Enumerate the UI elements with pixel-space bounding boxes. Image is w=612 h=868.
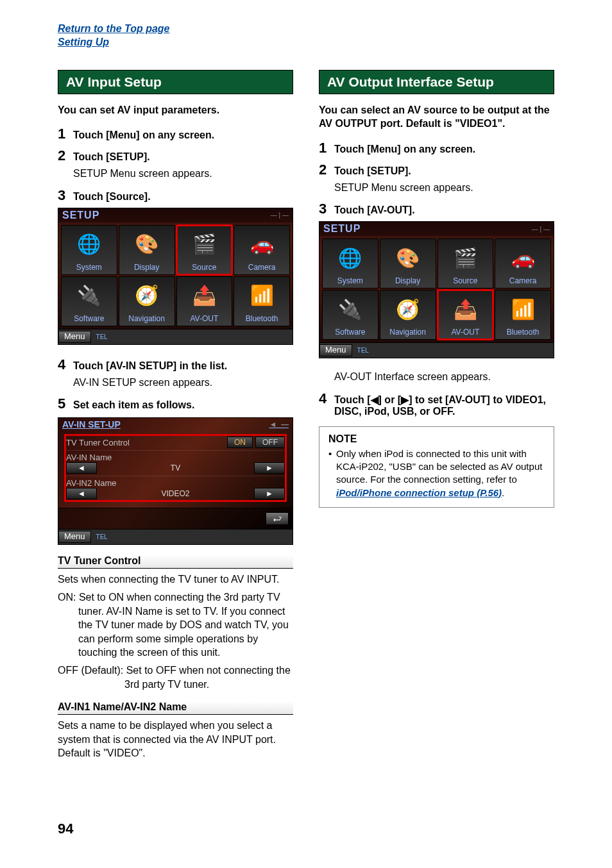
av-out-icon: 📤: [454, 290, 477, 328]
note-title: NOTE: [328, 433, 545, 445]
bluetooth-icon: 📶: [511, 290, 535, 328]
note-link[interactable]: iPod/iPhone connection setup (P.56): [336, 487, 502, 498]
setup-cell-label: Display: [395, 276, 420, 285]
avin-title: AV-IN SET-UP: [62, 419, 121, 430]
menu-button[interactable]: Menu: [58, 531, 91, 543]
right-column: AV Output Interface Setup You can select…: [319, 63, 554, 764]
setup-cell-bluetooth[interactable]: 📶Bluetooth: [495, 290, 551, 340]
setup-cell-camera[interactable]: 🚗Camera: [234, 225, 290, 275]
system-icon: 🌐: [338, 239, 362, 276]
intro-left: You can set AV input parameters.: [58, 103, 293, 117]
setup-cell-label: Camera: [248, 263, 276, 272]
page-number: 94: [58, 821, 73, 837]
av-out-icon: 📤: [192, 277, 216, 314]
setup-cell-display[interactable]: 🎨Display: [380, 238, 436, 288]
setup-cell-label: System: [76, 263, 102, 272]
setup-cell-camera[interactable]: 🚗Camera: [495, 238, 551, 288]
display-icon: 🎨: [396, 239, 420, 276]
left-arrow-button[interactable]: ◄: [66, 488, 97, 499]
camera-icon: 🚗: [250, 226, 274, 263]
tel-badge: TEL: [357, 347, 369, 354]
tel-badge: TEL: [96, 333, 108, 340]
setup-cell-label: Bluetooth: [507, 328, 540, 337]
bluetooth-icon: 📶: [250, 277, 274, 314]
setup-cell-label: Camera: [509, 276, 537, 285]
option-off: OFF (Default): Set to OFF when not conne…: [58, 664, 293, 691]
setup-cell-navigation[interactable]: 🧭Navigation: [119, 276, 175, 326]
step-5-left: 5 Set each item as follows.: [58, 396, 293, 412]
setup-cell-display[interactable]: 🎨Display: [119, 225, 175, 275]
off-button[interactable]: OFF: [255, 437, 285, 448]
system-icon: 🌐: [77, 226, 101, 263]
setup-cell-label: AV-OUT: [451, 328, 479, 337]
step-4-right: 4 Touch [◀] or [▶] to set [AV-OUT] to VI…: [319, 390, 554, 417]
display-icon: 🎨: [135, 226, 158, 263]
setup-cell-bluetooth[interactable]: 📶Bluetooth: [234, 276, 290, 326]
setup-cell-label: Display: [134, 263, 159, 272]
menu-button[interactable]: Menu: [319, 344, 352, 356]
source-icon: 🎬: [454, 239, 477, 276]
setup-panel-right: SETUP — | — 🌐System🎨Display🎬Source🚗Camer…: [319, 221, 554, 358]
setup-cell-label: Navigation: [389, 328, 426, 337]
setup-cell-label: Software: [74, 314, 104, 323]
setup-panel-left: SETUP — | — 🌐System🎨Display🎬Source🚗Camer…: [58, 208, 293, 345]
avin-setup-panel: AV-IN SET-UP ◄ — TV Tuner Control ON OFF…: [58, 417, 293, 545]
step-1-left: 1 Touch [Menu] on any screen.: [58, 126, 293, 142]
left-arrow-button[interactable]: ◄: [66, 462, 97, 474]
setting-up-link[interactable]: Setting Up: [58, 36, 554, 49]
right-arrow-button[interactable]: ►: [254, 462, 285, 474]
param-head-avin-name: AV-IN1 Name/AV-IN2 Name: [58, 701, 293, 715]
step-3-right: 3 Touch [AV-OUT].: [319, 201, 554, 217]
camera-icon: 🚗: [511, 239, 535, 276]
step-1-right: 1 Touch [Menu] on any screen.: [319, 140, 554, 156]
software-icon: 🔌: [77, 277, 101, 314]
avin-name-label: AV-IN Name: [66, 453, 285, 462]
setup-cell-system[interactable]: 🌐System: [61, 225, 117, 275]
sub-after-panel: AV-OUT Interface screen appears.: [334, 370, 554, 384]
minimize-icon: — | —: [271, 212, 289, 219]
tv-tuner-label: TV Tuner Control: [66, 438, 130, 447]
return-button[interactable]: ⮐: [266, 512, 289, 525]
setup-cell-label: AV-OUT: [190, 314, 218, 323]
setup-cell-label: Source: [192, 263, 216, 272]
left-column: AV Input Setup You can set AV input para…: [58, 63, 293, 764]
setup-cell-label: System: [337, 276, 363, 285]
step-3-left: 3 Touch [Source].: [58, 187, 293, 204]
step-4-left: 4 Touch [AV-IN SETUP] in the list.: [58, 356, 293, 373]
bullet-icon: •: [328, 447, 336, 499]
setup-cell-navigation[interactable]: 🧭Navigation: [380, 290, 436, 340]
intro-right: You can select an AV source to be output…: [319, 103, 554, 131]
setup-cell-software[interactable]: 🔌Software: [61, 276, 117, 326]
navigation-icon: 🧭: [135, 277, 158, 314]
setup-cell-av-out[interactable]: 📤AV-OUT: [176, 276, 233, 326]
navigation-icon: 🧭: [396, 290, 420, 328]
avin-name-value: TV: [101, 463, 250, 472]
step-2-right: 2 Touch [SETUP].: [319, 162, 554, 178]
param-desc-avin-name: Sets a name to be displayed when you sel…: [58, 719, 293, 760]
setup-title: SETUP: [323, 223, 361, 235]
param-desc-tv-tuner: Sets when connecting the TV tuner to AV …: [58, 572, 293, 587]
section-header-av-input: AV Input Setup: [58, 70, 293, 94]
param-head-tv-tuner: TV Tuner Control: [58, 555, 293, 569]
back-arrow-icon: ◄ —: [269, 420, 289, 429]
setup-cell-source[interactable]: 🎬Source: [176, 225, 233, 275]
setup-cell-source[interactable]: 🎬Source: [438, 238, 494, 288]
option-on: ON: Set to ON when connecting the 3rd pa…: [58, 590, 293, 660]
minimize-icon: — | —: [532, 226, 550, 233]
setup-cell-label: Navigation: [128, 314, 165, 323]
setup-cell-software[interactable]: 🔌Software: [322, 290, 378, 340]
setup-cell-system[interactable]: 🌐System: [322, 238, 378, 288]
setup-title: SETUP: [62, 210, 99, 221]
return-link[interactable]: Return to the Top page: [58, 22, 554, 36]
software-icon: 🔌: [338, 290, 362, 328]
note-box: NOTE • Only when iPod is connected to th…: [319, 426, 554, 508]
on-button[interactable]: ON: [227, 437, 253, 448]
setup-cell-label: Software: [335, 328, 365, 337]
setup-cell-label: Source: [453, 276, 477, 285]
tel-badge: TEL: [96, 533, 108, 540]
setup-cell-av-out[interactable]: 📤AV-OUT: [438, 290, 494, 340]
note-text: Only when iPod is connected to this unit…: [336, 447, 545, 499]
right-arrow-button[interactable]: ►: [254, 488, 285, 499]
menu-button[interactable]: Menu: [58, 331, 91, 343]
avin2-name-value: VIDEO2: [101, 489, 250, 498]
